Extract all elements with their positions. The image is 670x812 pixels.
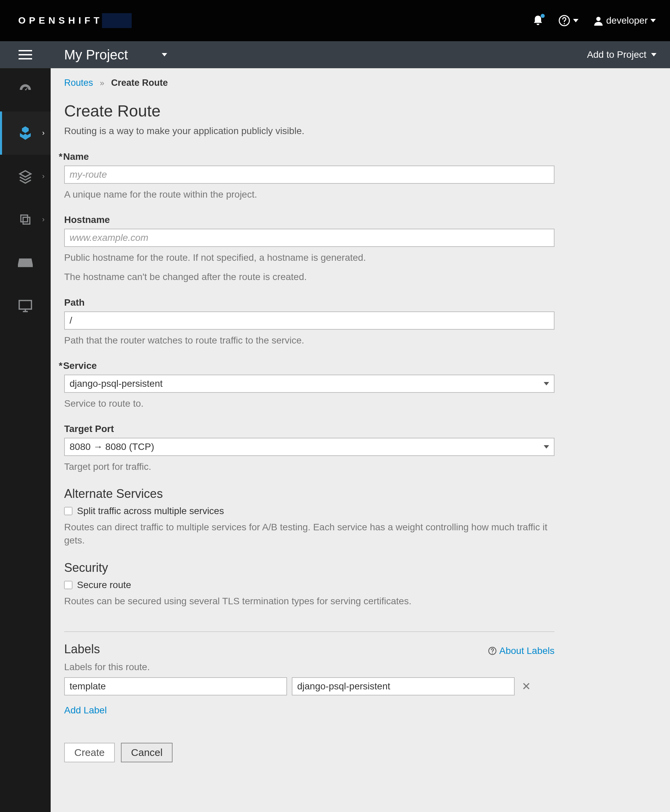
sidebar-toggle-area [0,41,51,68]
create-button[interactable]: Create [64,743,115,762]
hostname-label: Hostname [64,215,656,225]
page-description: Routing is a way to make your applicatio… [64,126,656,137]
split-traffic-label: Split traffic across multiple services [77,506,224,516]
svg-rect-5 [19,301,31,309]
path-label: Path [64,297,656,308]
caret-down-icon [573,19,579,22]
brand-highlight [102,13,132,28]
target-port-select-wrap [64,438,555,456]
masthead-right: developer [533,15,656,27]
secure-route-row: Secure route [64,580,656,590]
security-title: Security [64,561,656,575]
brand-logo: OPENSHIFT [18,13,132,28]
caret-down-icon [162,53,167,56]
add-to-project-label: Add to Project [587,49,646,60]
label-value-input[interactable] [292,677,515,695]
sidebar-item-storage[interactable] [0,241,51,284]
chevron-right-icon: › [42,215,45,224]
hostname-input[interactable] [64,229,555,247]
breadcrumb-current: Create Route [111,78,168,88]
user-name: developer [606,15,648,26]
project-name-label: My Project [64,47,128,63]
sidebar-item-overview[interactable] [0,68,51,112]
hamburger-button[interactable] [19,50,32,59]
svg-point-7 [492,653,493,654]
svg-point-2 [596,17,601,21]
labels-title: Labels [64,642,100,656]
target-port-label: Target Port [64,424,656,435]
hostname-field-group: Hostname Public hostname for the route. … [64,215,656,283]
breadcrumb: Routes » Create Route [64,78,656,88]
label-key-input[interactable] [64,677,287,695]
sidebar: › › › [0,68,51,812]
breadcrumb-separator-icon: » [100,78,104,88]
add-label-link[interactable]: Add Label [64,705,656,716]
sidebar-item-applications[interactable]: › [0,112,51,155]
label-row: ✕ [64,677,656,695]
path-input[interactable] [64,311,555,330]
svg-rect-3 [21,215,28,222]
remove-label-button[interactable]: ✕ [519,680,533,693]
main-content: Routes » Create Route Create Route Routi… [51,68,670,812]
help-icon [488,646,497,655]
user-menu[interactable]: developer [593,15,656,26]
service-select-wrap [64,375,555,393]
project-bar: My Project Add to Project [51,41,670,68]
help-menu[interactable] [558,15,579,27]
about-labels-link[interactable]: About Labels [488,646,555,656]
name-label: *Name [64,151,656,162]
sidebar-item-monitoring[interactable] [0,284,51,328]
brand-text: OPENSHIFT [18,15,103,26]
breadcrumb-routes-link[interactable]: Routes [64,78,93,88]
svg-point-1 [563,23,565,24]
monitor-icon [17,298,34,314]
alternate-services-title: Alternate Services [64,487,656,501]
security-help: Routes can be secured using several TLS … [64,594,555,607]
target-port-field-group: Target Port Target port for traffic. [64,424,656,473]
path-help: Path that the router watches to route tr… [64,334,555,347]
sidebar-item-resources[interactable]: › [0,198,51,241]
split-traffic-row: Split traffic across multiple services [64,506,656,516]
caret-down-icon [650,19,656,22]
masthead: OPENSHIFT developer [0,0,670,41]
service-help: Service to route to. [64,397,555,410]
chevron-right-icon: › [42,172,45,181]
caret-down-icon [651,53,656,56]
dashboard-icon [17,82,34,98]
path-field-group: Path Path that the router watches to rou… [64,297,656,347]
service-select[interactable] [64,375,555,393]
notification-dot-icon [541,14,545,18]
required-asterisk: * [59,360,63,371]
name-field-group: *Name A unique name for the route within… [64,151,656,201]
notifications-button[interactable] [533,15,543,27]
svg-rect-4 [23,217,30,224]
chevron-right-icon: › [42,129,45,137]
cubes-icon [17,125,34,141]
target-port-select[interactable] [64,438,555,456]
add-to-project-menu[interactable]: Add to Project [587,49,656,60]
hostname-help-2: The hostname can't be changed after the … [64,270,555,283]
service-field-group: *Service Service to route to. [64,360,656,410]
layers-icon [17,168,34,184]
labels-header: Labels About Labels [64,642,555,656]
name-help: A unique name for the route within the p… [64,188,555,201]
sidebar-item-builds[interactable]: › [0,155,51,198]
secure-route-checkbox[interactable] [64,581,72,589]
required-asterisk: * [59,151,63,162]
labels-subtext: Labels for this route. [64,662,656,673]
action-row: Create Cancel [64,743,656,762]
split-traffic-checkbox[interactable] [64,507,72,515]
service-label: *Service [64,360,656,371]
alt-services-help: Routes can direct traffic to multiple se… [64,521,555,547]
separator [64,631,555,632]
name-input[interactable] [64,166,555,184]
page-title: Create Route [64,102,656,120]
target-port-help: Target port for traffic. [64,460,555,473]
hostname-help-1: Public hostname for the route. If not sp… [64,251,555,264]
storage-icon [17,255,34,271]
secure-route-label: Secure route [77,580,131,590]
project-selector[interactable]: My Project [64,47,167,63]
copy-icon [17,211,34,228]
cancel-button[interactable]: Cancel [121,743,173,762]
about-labels-text: About Labels [499,646,555,656]
